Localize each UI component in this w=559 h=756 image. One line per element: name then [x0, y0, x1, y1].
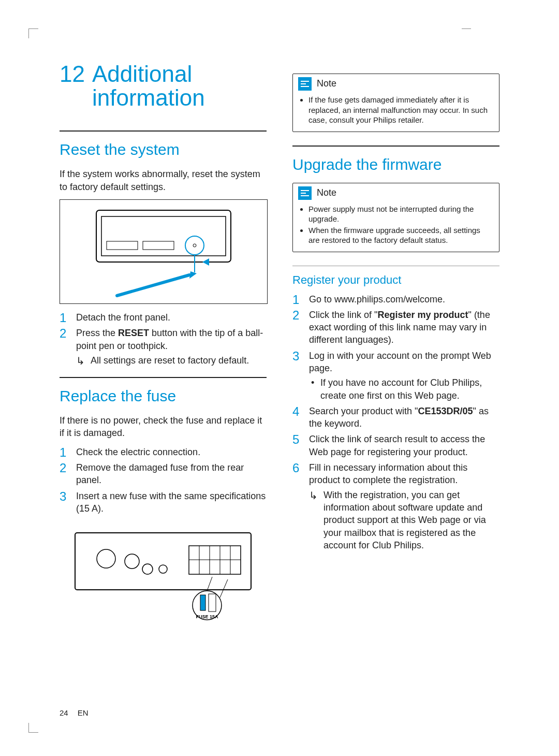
note-list: Power supply must not be interrupted dur… [300, 204, 492, 245]
crop-mark [28, 28, 38, 38]
step-item: Detach the front panel. [60, 311, 267, 324]
step-item: Click the link of search result to acces… [292, 433, 499, 458]
step-item: Search your product with "CE153DR/05" as… [292, 405, 499, 430]
step-item: Check the electric connection. [60, 446, 267, 458]
svg-rect-1 [101, 216, 226, 256]
note-icon [298, 186, 312, 200]
left-column: 12 Additional information Reset the syst… [60, 62, 267, 704]
step-item: Go to www.philips.com/welcome. [292, 293, 499, 306]
note-list: If the fuse gets damaged immediately aft… [300, 95, 492, 125]
page-footer: 24 EN [60, 708, 89, 717]
section-upgrade-heading: Upgrade the firmware [292, 146, 499, 173]
step-result: With the registration, you can get infor… [309, 489, 499, 551]
note-item: Power supply must not be interrupted dur… [308, 204, 492, 224]
chapter-heading: 12 Additional information [60, 62, 267, 110]
fuse-intro: If there is no power, check the fuse and… [60, 414, 267, 440]
subsection-register-heading: Register your product [292, 266, 499, 287]
note-box: Note Power supply must not be interrupte… [292, 183, 499, 252]
note-item: When the firmware upgrade succeeds, all … [308, 225, 492, 245]
chapter-title: Additional information [92, 62, 267, 110]
sub-bullet: If you have no account for Club Philips,… [309, 376, 499, 402]
svg-rect-23 [209, 594, 216, 612]
page-language: EN [78, 708, 89, 717]
fuse-illustration: FUSE 15A [60, 525, 267, 623]
step-result: All settings are reset to factory defaul… [76, 354, 267, 367]
register-steps: Go to www.philips.com/welcome. Click the… [292, 293, 499, 552]
step-item: Log in with your account on the prompt W… [292, 350, 499, 402]
step-item: Click the link of "Register my product" … [292, 309, 499, 346]
svg-line-7 [117, 275, 189, 296]
svg-rect-3 [143, 241, 174, 250]
chapter-number: 12 [60, 62, 85, 110]
fuse-steps: Check the electric connection. Remove th… [60, 446, 267, 515]
note-item: If the fuse gets damaged immediately aft… [308, 95, 492, 125]
reset-illustration [60, 199, 268, 304]
note-box: Note If the fuse gets damaged immediatel… [292, 74, 499, 132]
fuse-label-text: FUSE 15A [196, 614, 218, 619]
reset-intro: If the system works abnormally, reset th… [60, 168, 267, 193]
svg-rect-2 [107, 241, 138, 250]
page-content: 12 Additional information Reset the syst… [60, 62, 499, 704]
section-reset-heading: Reset the system [60, 130, 267, 158]
step-item: Press the RESET button with the tip of a… [60, 327, 267, 367]
svg-rect-22 [200, 595, 205, 610]
note-icon [298, 77, 312, 91]
crop-mark [28, 723, 38, 733]
section-fuse-heading: Replace the fuse [60, 377, 267, 405]
step-item: Remove the damaged fuse from the rear pa… [60, 461, 267, 487]
svg-marker-8 [189, 271, 197, 279]
right-column: Note If the fuse gets damaged immediatel… [292, 62, 499, 704]
note-label: Note [317, 78, 336, 90]
step-item: Fill in necessary information about this… [292, 461, 499, 551]
reset-steps: Detach the front panel. Press the RESET … [60, 311, 267, 367]
crop-mark [462, 28, 471, 38]
page-number: 24 [60, 708, 68, 717]
note-label: Note [317, 187, 336, 199]
step-item: Insert a new fuse with the same specific… [60, 490, 267, 515]
